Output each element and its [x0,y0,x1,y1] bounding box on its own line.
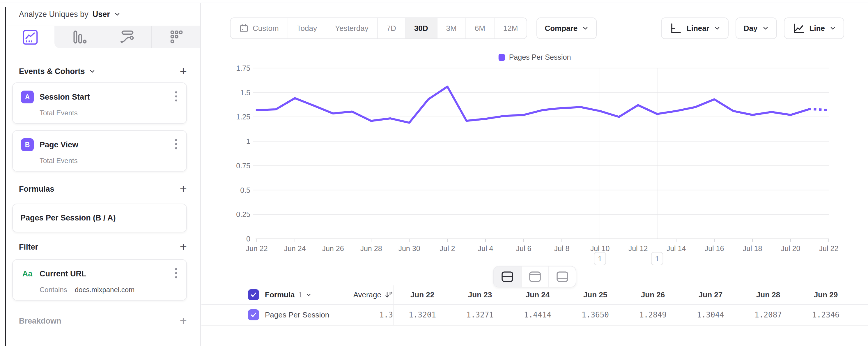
add-event-button[interactable]: + [180,65,187,77]
x-axis-tick-label: Jul 8 [554,244,570,253]
series-value-cell: 1.3044 [682,311,739,319]
series-value-cell: 1.2346 [797,311,855,319]
annotation-badge-label: 1 [598,255,602,263]
select-all-checkbox[interactable] [248,289,259,300]
series-value-cell: 1.3650 [566,311,624,319]
series-checkbox[interactable] [248,309,259,320]
x-axis-tick-label: Jul 4 [478,244,493,253]
analyze-by-dropdown[interactable]: User [93,10,110,19]
filter-property-name[interactable]: Current URL [39,269,87,279]
tab-flow[interactable] [103,26,152,48]
y-axis-tick-label: 1 [246,137,250,145]
breakdown-section-header: Breakdown + [19,315,187,327]
query-builder-sidebar: Analyze Uniques by User [6,3,201,346]
flow-icon [118,28,136,46]
x-axis-tick-label: Jul 20 [781,244,801,253]
kebab-menu-icon[interactable] [174,266,179,281]
series-value-cell: 1.2087 [739,311,797,319]
filter-operator[interactable]: Contains [39,285,67,294]
visualization-tabbar [6,26,200,48]
date-column-headers: Jun 22Jun 23Jun 24Jun 25Jun 26Jun 27Jun … [394,290,855,299]
table-only-icon [556,271,569,283]
y-axis-tick-label: 0.75 [236,162,250,170]
series-name[interactable]: Pages Per Session [265,311,349,319]
chevron-down-icon [89,68,95,75]
y-axis-tick-label: 0 [246,235,250,243]
date-column-header[interactable]: Jun 25 [566,290,624,299]
layout-split-button[interactable] [494,266,521,287]
date-value-cells: 1.32011.32711.44141.36501.28491.30441.20… [394,311,855,319]
tab-scatter[interactable] [151,26,200,48]
x-axis-tick-label: Jul 2 [440,244,455,253]
formula-card[interactable]: Pages Per Session (B / A) [12,204,187,232]
event-card-session-start[interactable]: A Session Start Total Events [12,82,187,124]
series-average-value: 1.3 [379,311,393,319]
x-axis-tick-label: Jul 14 [666,244,686,253]
analyze-header: Analyze Uniques by User [6,3,200,26]
event-measure[interactable]: Total Events [39,109,78,117]
date-column-header[interactable]: Jun 22 [394,290,451,299]
filter-value[interactable]: docs.mixpanel.com [75,285,134,294]
formula-name[interactable]: Pages Per Session (B / A) [20,213,116,222]
events-section-title[interactable]: Events & Cohorts [19,67,95,76]
line-chart[interactable]: 00.250.50.7511.251.51.75Jun 22Jun 24Jun … [202,32,868,268]
y-axis-tick-label: 1.75 [236,64,250,72]
report-main-area: CustomTodayYesterday7D30D3M6M12M Compare… [202,3,868,346]
filter-card-current-url[interactable]: Aa Current URL Contains docs.mixpanel.co… [12,259,187,300]
series-line[interactable] [257,86,810,123]
add-formula-button[interactable]: + [180,183,187,195]
y-axis-tick-label: 1.25 [236,113,250,121]
formula-group-dropdown[interactable]: Formula 1 [265,290,349,299]
series-line-provisional[interactable] [810,109,829,110]
x-axis-tick-label: Jun 28 [360,244,382,253]
breakdown-section-title: Breakdown [19,317,61,326]
tab-insights-line[interactable] [6,26,55,48]
x-axis-tick-label: Jul 18 [743,244,762,253]
x-axis-tick-label: Jun 26 [322,244,344,253]
chevron-down-icon [762,25,769,31]
table-header-row: Formula 1 Average Jun 22Jun 23Jun 24Jun … [202,285,868,305]
event-badge-a: A [21,91,34,104]
date-column-header[interactable]: Jun 28 [739,290,797,299]
tab-bar-chart[interactable] [55,26,103,48]
bar-chart-icon [69,28,88,46]
layout-chart-only-button[interactable] [521,266,548,287]
filter-section-header: Filter + [19,241,187,253]
y-axis-tick-label: 0.5 [240,186,250,194]
string-property-icon: Aa [21,269,34,279]
y-axis-tick-label: 0.25 [236,210,250,219]
chevron-down-icon [582,25,589,31]
event-measure[interactable]: Total Events [39,156,78,165]
y-axis-tick-label: 1.5 [240,89,250,97]
average-column-header[interactable]: Average [349,290,393,299]
formulas-section-title: Formulas [19,185,55,194]
insights-line-icon [21,28,39,46]
x-axis-tick-label: Jul 6 [516,244,531,253]
layout-toggle [493,266,576,287]
date-column-header[interactable]: Jun 26 [624,290,682,299]
add-breakdown-button[interactable]: + [180,315,187,327]
chevron-down-icon [306,292,311,298]
event-card-page-view[interactable]: B Page View Total Events [12,130,187,172]
scatter-grid-icon [167,28,185,46]
kebab-menu-icon[interactable] [174,90,179,104]
split-view-icon [501,271,514,283]
event-name[interactable]: Session Start [39,93,90,102]
x-axis-tick-label: Jul 10 [590,244,610,253]
date-column-header[interactable]: Jun 29 [797,290,855,299]
chevron-down-icon [114,11,121,18]
event-badge-b: B [21,138,34,151]
date-column-header[interactable]: Jun 27 [682,290,739,299]
chart-only-icon [529,271,541,283]
date-column-header[interactable]: Jun 23 [451,290,509,299]
results-table: Formula 1 Average Jun 22Jun 23Jun 24Jun … [202,285,868,326]
chevron-down-icon [830,25,836,31]
date-column-header[interactable]: Jun 24 [509,290,566,299]
kebab-menu-icon[interactable] [174,138,179,152]
series-value-cell: 1.3201 [394,311,451,319]
series-value-cell: 1.4414 [509,311,566,319]
layout-table-only-button[interactable] [548,266,576,287]
event-name[interactable]: Page View [39,140,78,149]
x-axis-tick-label: Jul 22 [819,244,839,253]
add-filter-button[interactable]: + [180,241,187,253]
